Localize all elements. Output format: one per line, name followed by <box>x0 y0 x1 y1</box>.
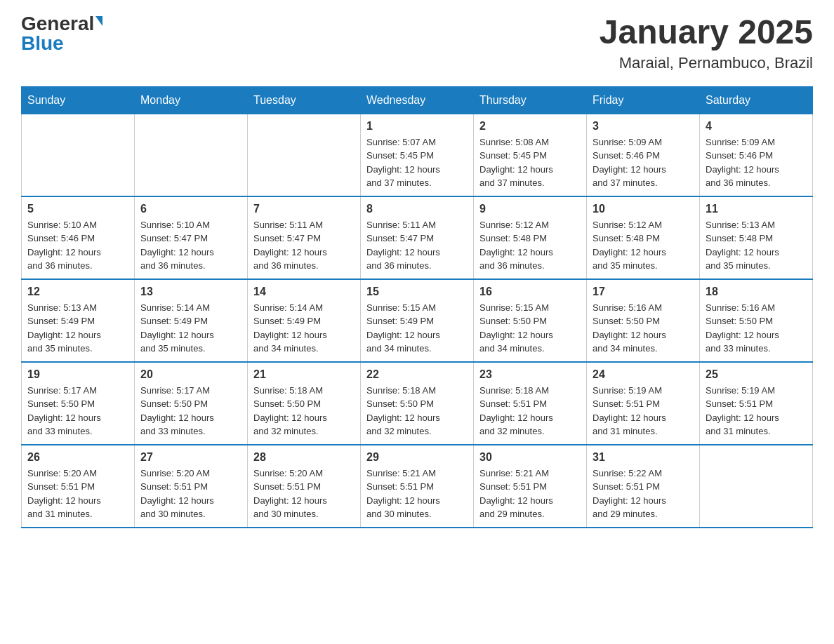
day-number: 1 <box>366 120 468 133</box>
day-info: Sunrise: 5:08 AM Sunset: 5:45 PM Dayligh… <box>479 135 581 190</box>
day-cell: 5Sunrise: 5:10 AM Sunset: 5:46 PM Daylig… <box>22 196 135 279</box>
day-info: Sunrise: 5:07 AM Sunset: 5:45 PM Dayligh… <box>366 135 468 190</box>
calendar-title: January 2025 <box>600 14 813 51</box>
calendar-body: 1Sunrise: 5:07 AM Sunset: 5:45 PM Daylig… <box>22 114 813 528</box>
day-number: 2 <box>479 120 581 133</box>
day-info: Sunrise: 5:12 AM Sunset: 5:48 PM Dayligh… <box>479 218 581 273</box>
header-cell-sunday: Sunday <box>22 86 135 114</box>
day-number: 21 <box>253 368 355 381</box>
day-number: 6 <box>140 203 241 215</box>
day-info: Sunrise: 5:16 AM Sunset: 5:50 PM Dayligh… <box>593 301 694 356</box>
day-cell: 4Sunrise: 5:09 AM Sunset: 5:46 PM Daylig… <box>700 114 813 196</box>
day-cell: 28Sunrise: 5:20 AM Sunset: 5:51 PM Dayli… <box>248 445 361 528</box>
calendar-subtitle: Maraial, Pernambuco, Brazil <box>600 54 813 72</box>
day-number: 28 <box>253 451 355 464</box>
day-number: 18 <box>706 286 807 298</box>
day-cell <box>700 445 813 528</box>
day-number: 31 <box>593 451 694 464</box>
day-cell: 20Sunrise: 5:17 AM Sunset: 5:50 PM Dayli… <box>135 362 248 445</box>
day-number: 17 <box>593 286 694 298</box>
day-info: Sunrise: 5:16 AM Sunset: 5:50 PM Dayligh… <box>706 301 807 356</box>
day-cell: 10Sunrise: 5:12 AM Sunset: 5:48 PM Dayli… <box>587 196 700 279</box>
header-cell-saturday: Saturday <box>700 86 813 114</box>
day-number: 15 <box>366 286 468 298</box>
day-number: 13 <box>140 286 241 298</box>
day-cell: 24Sunrise: 5:19 AM Sunset: 5:51 PM Dayli… <box>587 362 700 445</box>
day-cell: 8Sunrise: 5:11 AM Sunset: 5:47 PM Daylig… <box>361 196 474 279</box>
day-cell <box>135 114 248 196</box>
day-info: Sunrise: 5:22 AM Sunset: 5:51 PM Dayligh… <box>593 467 694 521</box>
day-number: 23 <box>479 368 581 381</box>
day-cell <box>248 114 361 196</box>
day-info: Sunrise: 5:17 AM Sunset: 5:50 PM Dayligh… <box>27 384 128 438</box>
logo: General Blue <box>21 14 102 53</box>
day-info: Sunrise: 5:15 AM Sunset: 5:50 PM Dayligh… <box>479 301 581 356</box>
day-cell: 7Sunrise: 5:11 AM Sunset: 5:47 PM Daylig… <box>248 196 361 279</box>
day-cell: 19Sunrise: 5:17 AM Sunset: 5:50 PM Dayli… <box>22 362 135 445</box>
day-number: 19 <box>27 368 128 381</box>
day-number: 20 <box>140 368 241 381</box>
day-info: Sunrise: 5:13 AM Sunset: 5:49 PM Dayligh… <box>27 301 128 356</box>
header-cell-wednesday: Wednesday <box>361 86 474 114</box>
day-number: 14 <box>253 286 355 298</box>
week-row-3: 19Sunrise: 5:17 AM Sunset: 5:50 PM Dayli… <box>22 362 813 445</box>
week-row-2: 12Sunrise: 5:13 AM Sunset: 5:49 PM Dayli… <box>22 279 813 362</box>
day-cell: 27Sunrise: 5:20 AM Sunset: 5:51 PM Dayli… <box>135 445 248 528</box>
day-info: Sunrise: 5:12 AM Sunset: 5:48 PM Dayligh… <box>593 218 694 273</box>
header-cell-thursday: Thursday <box>474 86 587 114</box>
day-cell: 26Sunrise: 5:20 AM Sunset: 5:51 PM Dayli… <box>22 445 135 528</box>
day-cell: 25Sunrise: 5:19 AM Sunset: 5:51 PM Dayli… <box>700 362 813 445</box>
day-number: 7 <box>253 203 355 215</box>
day-cell: 3Sunrise: 5:09 AM Sunset: 5:46 PM Daylig… <box>587 114 700 196</box>
day-info: Sunrise: 5:20 AM Sunset: 5:51 PM Dayligh… <box>27 467 128 521</box>
week-row-4: 26Sunrise: 5:20 AM Sunset: 5:51 PM Dayli… <box>22 445 813 528</box>
day-info: Sunrise: 5:10 AM Sunset: 5:46 PM Dayligh… <box>27 218 128 273</box>
day-cell: 15Sunrise: 5:15 AM Sunset: 5:49 PM Dayli… <box>361 279 474 362</box>
day-cell: 31Sunrise: 5:22 AM Sunset: 5:51 PM Dayli… <box>587 445 700 528</box>
day-info: Sunrise: 5:19 AM Sunset: 5:51 PM Dayligh… <box>706 384 807 438</box>
calendar-header: SundayMondayTuesdayWednesdayThursdayFrid… <box>22 86 813 114</box>
day-info: Sunrise: 5:20 AM Sunset: 5:51 PM Dayligh… <box>140 467 241 521</box>
day-number: 8 <box>366 203 468 215</box>
day-info: Sunrise: 5:15 AM Sunset: 5:49 PM Dayligh… <box>366 301 468 356</box>
header: General Blue January 2025 Maraial, Perna… <box>21 14 813 72</box>
day-info: Sunrise: 5:14 AM Sunset: 5:49 PM Dayligh… <box>253 301 355 356</box>
day-number: 11 <box>706 203 807 215</box>
day-number: 16 <box>479 286 581 298</box>
title-area: January 2025 Maraial, Pernambuco, Brazil <box>600 14 813 72</box>
day-number: 24 <box>593 368 694 381</box>
day-cell: 6Sunrise: 5:10 AM Sunset: 5:47 PM Daylig… <box>135 196 248 279</box>
day-number: 22 <box>366 368 468 381</box>
week-row-0: 1Sunrise: 5:07 AM Sunset: 5:45 PM Daylig… <box>22 114 813 196</box>
day-info: Sunrise: 5:18 AM Sunset: 5:50 PM Dayligh… <box>253 384 355 438</box>
day-cell: 16Sunrise: 5:15 AM Sunset: 5:50 PM Dayli… <box>474 279 587 362</box>
day-info: Sunrise: 5:21 AM Sunset: 5:51 PM Dayligh… <box>479 467 581 521</box>
logo-blue-text: Blue <box>21 34 64 53</box>
day-number: 5 <box>27 203 128 215</box>
day-info: Sunrise: 5:18 AM Sunset: 5:51 PM Dayligh… <box>479 384 581 438</box>
header-cell-tuesday: Tuesday <box>248 86 361 114</box>
day-cell: 12Sunrise: 5:13 AM Sunset: 5:49 PM Dayli… <box>22 279 135 362</box>
day-info: Sunrise: 5:09 AM Sunset: 5:46 PM Dayligh… <box>706 135 807 190</box>
day-number: 4 <box>706 120 807 133</box>
day-number: 3 <box>593 120 694 133</box>
week-row-1: 5Sunrise: 5:10 AM Sunset: 5:46 PM Daylig… <box>22 196 813 279</box>
day-cell: 14Sunrise: 5:14 AM Sunset: 5:49 PM Dayli… <box>248 279 361 362</box>
day-number: 30 <box>479 451 581 464</box>
day-cell: 9Sunrise: 5:12 AM Sunset: 5:48 PM Daylig… <box>474 196 587 279</box>
day-cell: 11Sunrise: 5:13 AM Sunset: 5:48 PM Dayli… <box>700 196 813 279</box>
day-cell: 30Sunrise: 5:21 AM Sunset: 5:51 PM Dayli… <box>474 445 587 528</box>
day-number: 25 <box>706 368 807 381</box>
day-info: Sunrise: 5:11 AM Sunset: 5:47 PM Dayligh… <box>253 218 355 273</box>
day-info: Sunrise: 5:13 AM Sunset: 5:48 PM Dayligh… <box>706 218 807 273</box>
day-info: Sunrise: 5:21 AM Sunset: 5:51 PM Dayligh… <box>366 467 468 521</box>
day-number: 29 <box>366 451 468 464</box>
day-cell <box>22 114 135 196</box>
day-info: Sunrise: 5:10 AM Sunset: 5:47 PM Dayligh… <box>140 218 241 273</box>
day-cell: 1Sunrise: 5:07 AM Sunset: 5:45 PM Daylig… <box>361 114 474 196</box>
day-info: Sunrise: 5:18 AM Sunset: 5:50 PM Dayligh… <box>366 384 468 438</box>
day-number: 9 <box>479 203 581 215</box>
day-cell: 23Sunrise: 5:18 AM Sunset: 5:51 PM Dayli… <box>474 362 587 445</box>
header-cell-friday: Friday <box>587 86 700 114</box>
logo-general-text: General <box>21 14 94 34</box>
